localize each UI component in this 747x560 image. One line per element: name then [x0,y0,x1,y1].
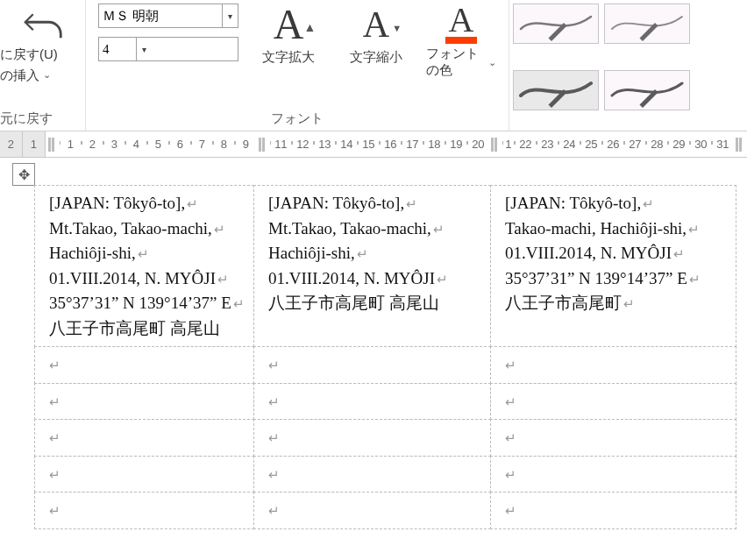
font-name-combo[interactable]: ▾ [98,4,238,28]
return-mark-icon: ↵ [214,220,225,240]
label-cell[interactable]: ↵ [34,383,254,421]
pen-style-thumb[interactable] [513,70,599,110]
label-cell[interactable]: [JAPAN: Tôkyô-to],↵ Takao-machi, Hachiôj… [490,185,736,347]
label-cell[interactable]: ↵ [253,383,491,421]
label-cell[interactable]: ↵ [490,346,736,384]
chevron-down-icon[interactable]: ▾ [136,38,152,60]
shrink-font-button[interactable]: A▼ 文字縮小 [338,4,414,66]
ruler-number: 6 [169,138,191,151]
undo-button[interactable]: に戻す(U) [0,44,85,65]
label-text: 35°37’31” N 139°14’37” E [505,266,687,292]
return-mark-icon: ↵ [688,220,700,240]
ruler-number: 14 [336,138,358,151]
undo-group: に戻す(U) の挿入⌄ 元に戻す [0,0,86,131]
ruler-number: 29 [668,138,690,151]
column-break-icon [46,131,60,157]
label-cell[interactable]: ↵ [490,456,736,493]
label-cell[interactable]: ↵ [253,456,491,493]
label-text: Mt.Takao, Takao-machi, [49,216,212,242]
insert-button[interactable]: の挿入⌄ [0,65,85,86]
svg-rect-0 [48,138,51,152]
return-mark-icon: ↵ [357,245,368,265]
ruler-ticks: 232425262728293031 [537,131,733,157]
label-cell[interactable]: ↵ [490,383,736,421]
return-mark-icon: ↵ [689,270,701,290]
return-mark-icon: ↵ [187,195,198,215]
pen-style-thumb[interactable] [604,4,690,44]
label-cell[interactable]: ↵ [34,346,254,384]
label-cell[interactable]: ↵ [34,492,254,529]
svg-rect-2 [259,138,261,152]
label-table: [JAPAN: Tôkyô-to],↵ Mt.Takao, Takao-mach… [35,186,736,529]
ruler-number: 8 [213,138,235,151]
table-move-handle[interactable]: ✥ [12,163,35,186]
label-cell[interactable]: ↵ [490,419,736,457]
ruler-number: 31 [712,138,733,151]
return-mark-icon: ↵ [505,430,516,445]
horizontal-ruler[interactable]: 2 1 123456789 11121314151617181920 1 22 … [0,131,747,158]
label-cell[interactable]: [JAPAN: Tôkyô-to],↵ Mt.Takao, Takao-mach… [253,185,491,347]
return-mark-icon: ↵ [268,430,280,445]
ruler-number: 3 [103,138,125,151]
label-cell[interactable]: ↵ [253,419,491,457]
return-mark-icon: ↵ [268,467,280,482]
return-mark-icon: ↵ [217,270,229,290]
ruler-number: 27 [624,138,646,151]
label-cell[interactable]: ↵ [253,492,491,529]
column-break-icon [733,131,747,157]
return-mark-icon: ↵ [268,503,280,518]
font-color-button[interactable]: A フォントの色⌄ [426,4,496,79]
label-cell[interactable]: ↵ [490,492,736,529]
ruler-number: 5 [147,138,169,151]
font-color-label: フォントの色 [426,46,485,79]
svg-rect-7 [739,138,742,152]
ruler-number: 17 [402,138,423,151]
return-mark-icon: ↵ [268,394,280,409]
return-mark-icon: ↵ [673,245,685,265]
label-cell[interactable]: ↵ [253,346,491,384]
return-mark-icon: ↵ [49,503,60,518]
svg-rect-4 [491,138,494,152]
ruler-number: 1 [31,138,37,151]
ribbon: に戻す(U) の挿入⌄ 元に戻す ▾ ▾ A▲ 文字拡大 A▼ [0,0,747,131]
svg-rect-6 [736,138,738,152]
ruler-ticks: 123456789 [60,131,256,157]
return-mark-icon: ↵ [49,430,60,445]
font-size-input[interactable] [99,40,136,59]
label-text: [JAPAN: Tôkyô-to], [505,191,641,216]
chevron-down-icon[interactable]: ▾ [222,4,238,27]
column-break-icon [256,131,270,157]
return-mark-icon: ↵ [49,358,60,372]
label-cell[interactable]: ↵ [34,419,254,457]
label-cell[interactable]: [JAPAN: Tôkyô-to],↵ Mt.Takao, Takao-mach… [34,185,254,347]
return-mark-icon: ↵ [233,294,245,315]
label-text: 35°37’31” N 139°14’37” E [49,291,231,316]
letter-a-icon: A [449,4,474,37]
return-mark-icon: ↵ [406,195,417,215]
ruler-number: 19 [445,138,467,151]
label-text: 01.VIII.2014, N. MYÔJI [268,266,435,292]
font-size-combo[interactable]: ▾ [98,37,238,61]
font-name-input[interactable] [99,7,222,25]
ruler-number: 7 [191,138,213,151]
grow-font-button[interactable]: A▲ 文字拡大 [251,4,326,66]
pen-style-thumb[interactable] [604,70,690,110]
ruler-number: 2 [8,138,14,151]
document-area[interactable]: ✥ [JAPAN: Tôkyô-to],↵ Mt.Takao, Takao-ma… [0,158,747,560]
ruler-number: 30 [690,138,712,151]
ruler-number: 9 [235,138,256,151]
move-icon: ✥ [18,167,30,183]
pen-style-thumb[interactable] [513,4,599,44]
return-mark-icon: ↵ [433,220,445,240]
label-cell[interactable]: ↵ [34,456,254,493]
svg-rect-3 [262,138,265,152]
label-text: 八王子市高尾町 高尾山 [268,291,439,316]
ruler-number: 15 [358,138,380,151]
return-mark-icon: ↵ [268,358,280,372]
return-mark-icon: ↵ [505,503,516,518]
undo-icon[interactable] [19,4,67,44]
label-text: 八王子市高尾町 [505,291,622,316]
ruler-number: 13 [314,138,336,151]
font-group-caption: フォント [86,110,509,127]
ruler-number: 16 [380,138,402,151]
